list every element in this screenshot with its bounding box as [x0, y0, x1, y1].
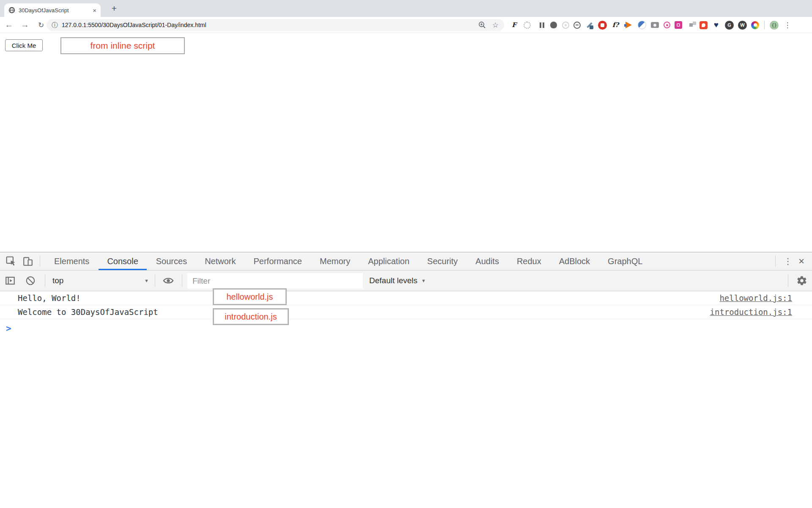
globe-favicon [8, 7, 15, 14]
browser-menu-icon[interactable]: ⋮ [782, 21, 793, 30]
tab-adblock[interactable]: AdBlock [559, 252, 590, 270]
back-icon[interactable]: ← [3, 17, 15, 33]
console-message-text: Hello, World! [18, 293, 719, 303]
annotation-introduction: introduction.js [213, 308, 289, 325]
new-tab-button[interactable]: + [108, 3, 120, 14]
devtools-tab-bar: Elements Console Sources Network Perform… [0, 252, 812, 271]
chevron-down-icon: ▼ [144, 278, 149, 283]
heart-search-extension-icon[interactable]: ♥ [712, 21, 721, 30]
console-message-row: Welcome to 30DaysOfJavaScript introducti… [0, 305, 812, 319]
red-square-extension-icon[interactable] [700, 21, 708, 29]
w-wave-extension-icon[interactable]: W [738, 21, 747, 30]
zoom-page-icon[interactable] [478, 21, 486, 29]
json-formatter-extension-icon[interactable]: {} [770, 21, 779, 30]
filter-input[interactable] [187, 273, 363, 289]
console-output: Hello, World! helloworld.js:1 Welcome to… [0, 291, 812, 508]
tab-graphql[interactable]: GraphQL [608, 252, 642, 270]
console-message-row: Hello, World! helloworld.js:1 [0, 291, 812, 305]
browser-tab[interactable]: 30DaysOfJavaScript × [4, 3, 101, 17]
tab-application[interactable]: Application [368, 252, 409, 270]
tab-memory[interactable]: Memory [320, 252, 350, 270]
right-divider [775, 256, 776, 267]
camera-extension-icon[interactable] [650, 21, 659, 30]
url-text[interactable]: 127.0.0.1:5500/30DaysOfJavaScript/01-Day… [62, 22, 478, 28]
site-info-icon[interactable]: ⓘ [52, 21, 58, 29]
page-viewport: Click Me from inline script [0, 33, 812, 252]
log-level-selector[interactable]: Default levels ▼ [369, 271, 426, 291]
colorpicker-extension-icon[interactable] [585, 21, 594, 30]
tab-redux[interactable]: Redux [517, 252, 541, 270]
browser-toolbar: ← → ↻ ⓘ 127.0.0.1:5500/30DaysOfJavaScrip… [0, 17, 812, 33]
tab-performance[interactable]: Performance [254, 252, 302, 270]
tab-elements[interactable]: Elements [54, 252, 89, 270]
bookmark-star-icon[interactable]: ☆ [492, 21, 499, 30]
console-prompt[interactable]: > [0, 319, 812, 334]
console-message-text: Welcome to 30DaysOfJavaScript [18, 307, 710, 317]
extensions-row: F f? ♥ G W {} ⋮ [508, 17, 795, 33]
tab-bar-divider [40, 256, 40, 267]
pause-extension-icon[interactable] [536, 21, 545, 30]
console-toolbar: top ▼ Default levels ▼ [0, 271, 812, 291]
math-extension-icon[interactable]: f? [611, 21, 620, 30]
tab-title: 30DaysOfJavaScript [19, 7, 93, 14]
annotation-text: introduction.js [225, 312, 277, 322]
frame-context-selector[interactable]: top ▼ [52, 271, 149, 291]
tab-network[interactable]: Network [205, 252, 236, 270]
annotation-helloworld: helloworld.js [213, 288, 287, 305]
tab-strip: 30DaysOfJavaScript × + [0, 0, 812, 17]
device-toolbar-icon[interactable] [22, 255, 34, 267]
devtools-panel: Elements Console Sources Network Perform… [0, 252, 812, 508]
live-expression-eye-icon[interactable] [162, 271, 174, 291]
inspect-element-icon[interactable] [5, 255, 17, 267]
tab-audits[interactable]: Audits [475, 252, 499, 270]
devtools-bar-right: ⋮ × [769, 252, 812, 270]
inline-script-text: from inline script [91, 41, 155, 51]
context-value: top [52, 276, 63, 285]
console-sidebar-icon[interactable] [4, 271, 16, 291]
react-devtools-extension-icon[interactable] [562, 22, 569, 29]
source-link[interactable]: helloworld.js:1 [719, 293, 792, 303]
forward-icon[interactable]: → [19, 17, 31, 33]
click-me-button[interactable]: Click Me [5, 39, 43, 51]
flower-extension-icon[interactable] [664, 22, 670, 28]
reload-icon[interactable]: ↻ [35, 17, 47, 33]
chevron-down-icon: ▼ [421, 278, 426, 283]
bug-extension-icon[interactable] [549, 21, 558, 30]
recorder-extension-icon[interactable] [523, 21, 532, 30]
prompt-chevron-icon: > [6, 323, 11, 334]
fontface-extension-icon[interactable]: F [510, 21, 518, 30]
tab-console[interactable]: Console [107, 252, 138, 270]
rainbow-extension-icon[interactable] [751, 21, 759, 29]
source-link[interactable]: introduction.js:1 [710, 307, 792, 317]
tab-sources[interactable]: Sources [156, 252, 187, 270]
blocker-extension-icon[interactable] [573, 22, 581, 29]
tag-manager-extension-icon[interactable] [686, 21, 695, 30]
devtools-tabs: Elements Console Sources Network Perform… [45, 252, 651, 270]
tab-close-icon[interactable]: × [93, 7, 96, 14]
log-level-value: Default levels [369, 276, 417, 285]
annotation-text: helloworld.js [226, 292, 273, 302]
g-circle-extension-icon[interactable]: G [725, 21, 734, 30]
adblock-hand-extension-icon[interactable] [598, 21, 607, 30]
megaphone-extension-icon[interactable] [624, 21, 633, 30]
url-bar[interactable]: ⓘ 127.0.0.1:5500/30DaysOfJavaScript/01-D… [47, 19, 504, 31]
devtools-menu-icon[interactable]: ⋮ [782, 256, 794, 266]
inline-script-box: from inline script [60, 37, 185, 54]
tab-security[interactable]: Security [427, 252, 458, 270]
clear-console-icon[interactable] [25, 271, 36, 291]
pink-square-extension-icon[interactable] [675, 21, 682, 29]
json-viewer-extension-icon[interactable] [637, 21, 646, 30]
extensions-divider [764, 21, 765, 29]
browser-window: 30DaysOfJavaScript × + ← → ↻ ⓘ 127.0.0.1… [0, 0, 812, 508]
settings-gear-icon[interactable] [796, 271, 808, 291]
devtools-close-icon[interactable]: × [794, 255, 809, 267]
